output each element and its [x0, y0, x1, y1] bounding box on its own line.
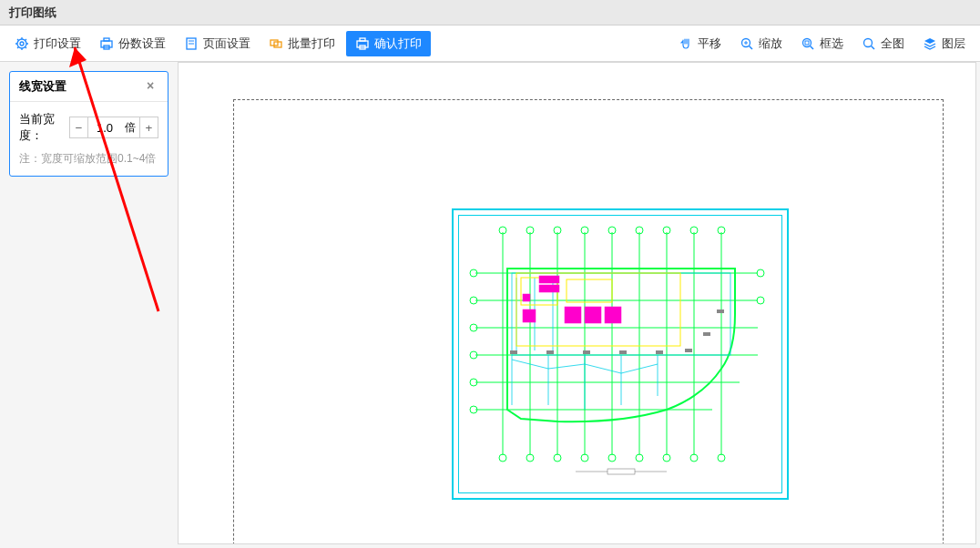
panel-header: 线宽设置 × — [10, 72, 168, 102]
page-settings-button[interactable]: 页面设置 — [177, 32, 258, 56]
svg-rect-27 — [805, 41, 809, 45]
svg-point-25 — [803, 38, 812, 46]
button-label: 批量打印 — [288, 36, 335, 52]
svg-rect-81 — [539, 285, 559, 292]
button-label: 缩放 — [759, 36, 782, 52]
svg-line-9 — [26, 39, 27, 41]
close-panel-button[interactable]: × — [142, 78, 158, 95]
svg-rect-86 — [523, 294, 530, 301]
svg-rect-85 — [523, 310, 536, 322]
button-label: 框选 — [820, 36, 843, 52]
width-unit: 倍 — [121, 120, 139, 136]
width-label: 当前宽度： — [19, 111, 66, 144]
batch-icon — [269, 36, 283, 51]
button-label: 全图 — [881, 36, 904, 52]
floor-plan-drawing — [466, 223, 776, 487]
svg-rect-95 — [607, 469, 635, 474]
zoom-button[interactable]: 缩放 — [732, 32, 790, 56]
svg-line-26 — [811, 46, 814, 49]
svg-rect-90 — [619, 350, 627, 354]
box-select-button[interactable]: 框选 — [793, 32, 851, 56]
svg-rect-79 — [567, 279, 612, 302]
toolbar: 打印设置 份数设置 页面设置 批量打印 确认打印 — [0, 25, 980, 62]
toolbar-right-group: 平移 缩放 框选 全图 图层 — [671, 32, 973, 56]
svg-rect-91 — [656, 350, 663, 354]
page-icon — [184, 36, 199, 51]
side-panel: 线宽设置 × 当前宽度： − 1.0 倍 + 注：宽度可缩放范围0.1~4倍 — [0, 62, 178, 548]
svg-point-1 — [20, 42, 24, 46]
copies-settings-button[interactable]: 份数设置 — [92, 32, 173, 56]
svg-rect-87 — [510, 350, 517, 354]
svg-rect-10 — [101, 41, 112, 47]
full-view-icon — [862, 36, 876, 51]
svg-point-53 — [690, 454, 698, 462]
width-value[interactable]: 1.0 — [88, 119, 121, 137]
full-view-button[interactable]: 全图 — [854, 32, 912, 56]
confirm-print-button[interactable]: 确认打印 — [346, 31, 431, 56]
svg-point-62 — [757, 297, 764, 304]
svg-point-41 — [581, 454, 588, 462]
svg-rect-19 — [360, 38, 365, 41]
button-label: 图层 — [942, 36, 965, 52]
svg-line-6 — [17, 39, 19, 41]
layer-icon — [923, 36, 937, 51]
box-select-icon — [801, 36, 815, 51]
svg-rect-92 — [685, 349, 692, 352]
button-label: 确认打印 — [374, 36, 422, 52]
gear-icon — [15, 36, 29, 51]
svg-point-35 — [526, 454, 534, 462]
copies-icon — [99, 36, 114, 51]
svg-point-38 — [554, 454, 561, 462]
svg-point-50 — [663, 454, 670, 462]
svg-rect-89 — [583, 350, 590, 354]
width-stepper: − 1.0 倍 + — [69, 117, 158, 138]
toolbar-left-group: 打印设置 份数设置 页面设置 批量打印 确认打印 — [7, 31, 431, 56]
svg-rect-11 — [104, 38, 109, 41]
button-label: 份数设置 — [118, 36, 166, 52]
svg-rect-82 — [565, 307, 581, 323]
svg-point-44 — [608, 454, 616, 462]
panel-title: 线宽设置 — [19, 78, 66, 95]
drawing-canvas[interactable] — [178, 62, 976, 544]
decrement-button[interactable]: − — [70, 117, 88, 137]
svg-line-7 — [26, 46, 27, 48]
layer-button[interactable]: 图层 — [915, 32, 973, 56]
pan-button[interactable]: 平移 — [671, 32, 729, 56]
svg-line-8 — [17, 46, 19, 48]
svg-line-29 — [872, 46, 875, 49]
title-bar: 打印图纸 — [0, 0, 980, 25]
svg-rect-84 — [605, 307, 621, 323]
printer-icon — [355, 36, 370, 51]
svg-rect-94 — [717, 310, 724, 313]
width-note: 注：宽度可缩放范围0.1~4倍 — [19, 151, 158, 167]
svg-point-56 — [718, 454, 725, 462]
svg-rect-80 — [539, 276, 559, 283]
line-width-settings-panel: 线宽设置 × 当前宽度： − 1.0 倍 + 注：宽度可缩放范围0.1~4倍 — [9, 71, 168, 177]
batch-print-button[interactable]: 批量打印 — [261, 32, 342, 56]
button-label: 打印设置 — [34, 36, 81, 52]
svg-rect-83 — [585, 307, 601, 323]
svg-point-28 — [864, 38, 873, 46]
svg-point-47 — [636, 454, 643, 462]
width-row: 当前宽度： − 1.0 倍 + — [19, 111, 158, 144]
button-label: 平移 — [698, 36, 721, 52]
svg-rect-93 — [703, 332, 710, 336]
print-settings-button[interactable]: 打印设置 — [7, 32, 88, 56]
svg-line-22 — [750, 46, 753, 49]
pan-icon — [679, 36, 693, 51]
button-label: 页面设置 — [203, 36, 250, 52]
svg-rect-88 — [546, 350, 554, 354]
panel-body: 当前宽度： − 1.0 倍 + 注：宽度可缩放范围0.1~4倍 — [10, 102, 168, 176]
svg-point-59 — [757, 269, 764, 277]
content-area: 线宽设置 × 当前宽度： − 1.0 倍 + 注：宽度可缩放范围0.1~4倍 — [0, 62, 980, 548]
zoom-icon — [740, 36, 754, 51]
svg-point-32 — [499, 454, 506, 462]
svg-rect-18 — [357, 41, 368, 47]
increment-button[interactable]: + — [139, 117, 158, 137]
drawing-frame — [452, 208, 789, 500]
window-title: 打印图纸 — [9, 5, 56, 21]
